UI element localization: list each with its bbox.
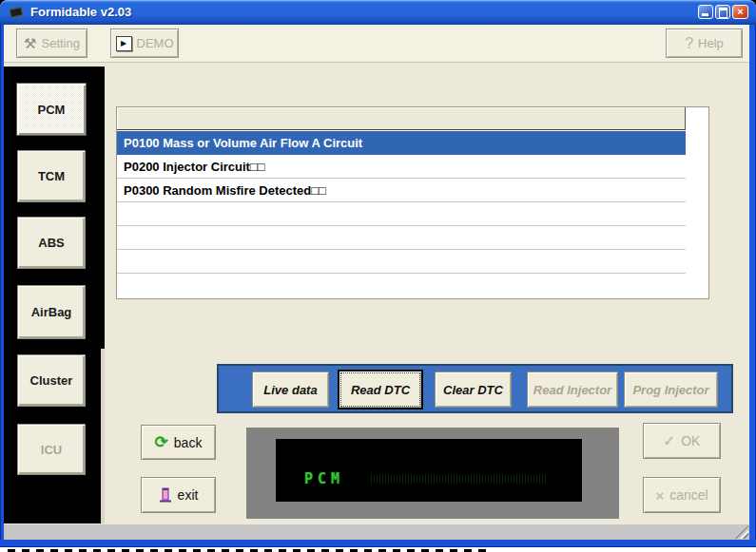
exit-door-icon (159, 487, 172, 504)
lcd-panel: PCM (246, 428, 619, 519)
play-icon: ▶ (116, 36, 132, 51)
clear-dtc-button[interactable]: Clear DTC (435, 371, 512, 408)
sidebar-item-airbag[interactable]: AirBag (17, 285, 86, 339)
sidebar-item-tcm[interactable]: TCM (17, 150, 86, 202)
lcd-display: PCM (276, 439, 582, 502)
cancel-button[interactable]: × cancel (643, 477, 721, 513)
title-bar[interactable]: Formidable v2.03 × (0, 0, 756, 25)
sidebar-item-abs[interactable]: ABS (17, 217, 86, 269)
exit-label: exit (178, 487, 199, 503)
toolbar: ⚒ Setting ▶ DEMO ? Help (4, 25, 749, 63)
main-area: PCM TCM ABS AirBag Cluster ICU P0100 Mas… (4, 63, 749, 523)
below-window-strip (0, 547, 756, 552)
dtc-list-header (117, 107, 686, 130)
application-window: Formidable v2.03 × ⚒ Setting ▶ DEMO ? He… (0, 0, 756, 552)
tools-icon: ⚒ (24, 35, 36, 52)
prog-injector-button[interactable]: Prog Injector (624, 371, 718, 408)
help-label: Help (698, 36, 724, 50)
demo-label: DEMO (137, 36, 174, 50)
close-button[interactable]: × (732, 5, 748, 19)
dtc-row-empty (117, 226, 686, 250)
dtc-row-empty (117, 202, 686, 226)
lcd-ghost-pixels (371, 474, 547, 484)
read-dtc-button[interactable]: Read DTC (338, 370, 423, 409)
dtc-row[interactable]: P0200 Injector Circuit□□ (117, 155, 686, 179)
cancel-label: cancel (669, 487, 708, 503)
demo-button[interactable]: ▶ DEMO (110, 29, 179, 58)
dtc-row[interactable]: P0100 Mass or Volume Air Flow A Circuit (117, 131, 686, 155)
dtc-list: P0100 Mass or Volume Air Flow A Circuit … (116, 106, 709, 299)
exit-button[interactable]: exit (141, 477, 216, 513)
setting-label: Setting (41, 36, 79, 50)
back-button[interactable]: ⟳ back (141, 425, 216, 460)
status-bar (4, 523, 749, 540)
window-title: Formidable v2.03 (30, 5, 131, 19)
window-border-bottom (0, 540, 756, 547)
dtc-row[interactable]: P0300 Random Misfire Detected□□ (117, 179, 686, 202)
sidebar-edge (101, 349, 105, 523)
back-label: back (174, 435, 203, 450)
minimize-button[interactable] (698, 5, 713, 19)
chip-icon (7, 5, 26, 20)
sidebar-item-cluster[interactable]: Cluster (17, 354, 86, 407)
sidebar-item-icu[interactable]: ICU (17, 424, 86, 475)
resize-grip[interactable] (734, 525, 748, 539)
ok-label: OK (681, 433, 700, 448)
check-icon: ✓ (664, 432, 676, 449)
dtc-row-empty (117, 250, 686, 274)
setting-button[interactable]: ⚒ Setting (16, 29, 87, 58)
lcd-text: PCM (304, 470, 344, 487)
live-data-button[interactable]: Live data (252, 371, 329, 408)
read-injector-button[interactable]: Read Injector (527, 371, 618, 408)
refresh-icon: ⟳ (155, 434, 168, 450)
help-button[interactable]: ? Help (666, 29, 743, 58)
x-icon: × (655, 487, 664, 504)
question-mark-icon: ? (685, 35, 693, 52)
maximize-button[interactable] (715, 5, 730, 19)
sidebar-item-pcm[interactable]: PCM (16, 83, 87, 136)
sidebar: PCM TCM ABS AirBag Cluster ICU (4, 67, 105, 523)
ok-button[interactable]: ✓ OK (643, 423, 721, 459)
action-bar: Live data Read DTC Clear DTC Read Inject… (217, 364, 733, 413)
window-border-right (749, 25, 756, 547)
